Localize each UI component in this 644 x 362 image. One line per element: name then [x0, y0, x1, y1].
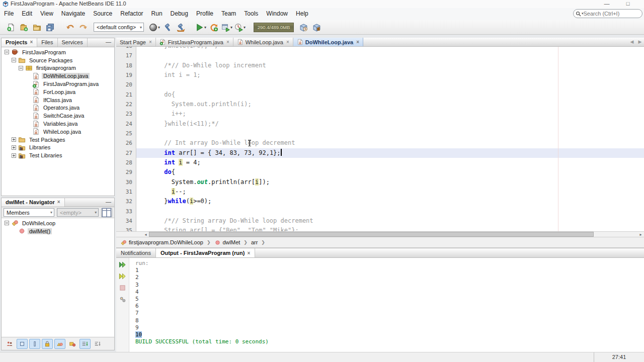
- rerun-alt-button[interactable]: [118, 272, 127, 281]
- scroll-tabs-left-icon[interactable]: ◀: [628, 38, 636, 46]
- tree-item-dowhileloop-java[interactable]: DoWhileLoop.java: [2, 72, 114, 80]
- new-project-button[interactable]: [17, 21, 30, 33]
- close-icon[interactable]: ×: [356, 39, 359, 45]
- expand-icon[interactable]: [12, 153, 16, 158]
- editor-tab-whileloop-java[interactable]: WhileLoop.java×: [233, 38, 293, 46]
- code-line-33[interactable]: 33: [116, 207, 644, 216]
- menu-edit[interactable]: Edit: [18, 8, 36, 20]
- show-static-button[interactable]: [29, 339, 40, 349]
- expand-icon[interactable]: [12, 137, 16, 142]
- heap-cube-button[interactable]: [310, 21, 323, 33]
- code-line-17[interactable]: 17: [116, 51, 644, 60]
- code-line-20[interactable]: 20: [116, 80, 644, 89]
- tree-item-test-packages[interactable]: Test Packages: [2, 136, 114, 144]
- code-line-16[interactable]: 16 }while(i>0); */: [116, 47, 644, 51]
- ant-settings-button[interactable]: [118, 295, 127, 304]
- code-line-34[interactable]: 34 /*// String array Do-While loop decre…: [116, 216, 644, 226]
- code-line-22[interactable]: 22 System.out.println(i);: [116, 100, 644, 109]
- navigator-columns-button[interactable]: [101, 208, 112, 217]
- code-line-28[interactable]: 28 int i = 4;: [116, 158, 644, 167]
- show-non-public-button[interactable]: [42, 339, 53, 349]
- rerun-swirl-button[interactable]: [207, 21, 220, 33]
- editor-tab-firstjavaprogram-java[interactable]: FirstJavaProgram.java×: [156, 38, 233, 46]
- close-icon[interactable]: ×: [149, 39, 152, 45]
- show-fields-button[interactable]: [17, 339, 28, 349]
- code-line-23[interactable]: 23 i++;: [116, 109, 644, 119]
- run-project-button[interactable]: ▾: [194, 21, 207, 33]
- quick-search[interactable]: ▾: [573, 9, 642, 18]
- profile-project-button[interactable]: ▾: [233, 21, 247, 33]
- scroll-tabs-right-icon[interactable]: ▶: [636, 38, 644, 46]
- menu-source[interactable]: Source: [89, 8, 116, 20]
- tree-item-whileloop-java[interactable]: WhileLoop.java: [2, 128, 114, 136]
- projects-minimize-icon[interactable]: —: [106, 39, 111, 45]
- scroll-left-icon[interactable]: ◂: [142, 232, 149, 237]
- search-input[interactable]: [584, 11, 634, 17]
- code-line-24[interactable]: 24 }while(i<11);*/: [116, 119, 644, 129]
- code-line-29[interactable]: 29 do{: [116, 167, 644, 177]
- menu-profile[interactable]: Profile: [192, 8, 217, 20]
- editor-tab-start-page[interactable]: Start Page×: [116, 38, 156, 46]
- breadcrumb-item-dwlmet[interactable]: dwlMet: [213, 239, 242, 246]
- debug-project-button[interactable]: ▾: [220, 21, 233, 33]
- code-line-18[interactable]: 18 /*// Do-While loop increment: [116, 61, 644, 70]
- new-file-button[interactable]: [4, 21, 17, 33]
- scroll-right-icon[interactable]: ▸: [637, 232, 644, 237]
- menu-refactor[interactable]: Refactor: [116, 8, 147, 20]
- output-tab-output-firstjavaprogram-run-[interactable]: Output - FirstJavaProgram (run)×: [156, 248, 255, 257]
- code-line-19[interactable]: 19 int i = 1;: [116, 70, 644, 80]
- tree-item-ifclass-java[interactable]: IfClass.java: [2, 96, 114, 104]
- inherited-combo[interactable]: <empty> ▾: [57, 208, 99, 217]
- scrollbar-track[interactable]: [149, 232, 637, 237]
- code-line-30[interactable]: 30 System.out.println(arr[i]);: [116, 177, 644, 187]
- menu-team[interactable]: Team: [217, 8, 240, 20]
- menu-file[interactable]: File: [0, 8, 18, 20]
- save-all-button[interactable]: [43, 21, 56, 33]
- menu-navigate[interactable]: Navigate: [57, 8, 89, 20]
- scrollbar-thumb[interactable]: [149, 232, 594, 237]
- code-line-26[interactable]: 26 // Int array Do-While loop decrement: [116, 138, 644, 148]
- breadcrumb-item-arr[interactable]: arr: [250, 239, 259, 245]
- editor-tab-dowhileloop-java[interactable]: DoWhileLoop.java×: [293, 38, 363, 46]
- code-editor[interactable]: 16 }while(i>0); */1718 /*// Do-While loo…: [116, 47, 644, 231]
- close-icon[interactable]: ×: [247, 250, 250, 256]
- open-project-button[interactable]: [30, 21, 43, 33]
- close-icon[interactable]: ×: [286, 39, 289, 45]
- menu-view[interactable]: View: [36, 8, 57, 20]
- project-config-combo[interactable]: <default config>▾: [94, 23, 144, 32]
- deploy-sphere-button[interactable]: ▾: [148, 21, 161, 33]
- tree-item-firstjavaprogram-java[interactable]: FirstJavaProgram.java: [2, 80, 114, 88]
- menu-debug[interactable]: Debug: [167, 8, 192, 20]
- navigator-minimize-icon[interactable]: —: [106, 199, 111, 205]
- output-lines[interactable]: run:12345678910BUILD SUCCESSFUL (total t…: [129, 258, 644, 345]
- close-icon[interactable]: ×: [57, 199, 60, 207]
- close-icon[interactable]: ×: [30, 39, 33, 47]
- menu-tools[interactable]: Tools: [240, 8, 262, 20]
- gc-cube-button[interactable]: [297, 21, 310, 33]
- tree-item-firstjavaprogram[interactable]: firstjavaprogram: [2, 64, 114, 72]
- tree-item-dwlmet-[interactable]: dwlMet(): [2, 227, 114, 235]
- build-hammer-button[interactable]: [161, 21, 174, 33]
- package-private-button[interactable]: [67, 339, 78, 349]
- collapse-icon[interactable]: [5, 50, 9, 54]
- tree-item-operators-java[interactable]: Operators.java: [2, 104, 114, 112]
- tree-item-source-packages[interactable]: Source Packages: [2, 56, 114, 64]
- menu-window[interactable]: Window: [262, 8, 292, 20]
- sort-by-name-button[interactable]: [79, 339, 91, 349]
- undo-button[interactable]: [63, 21, 76, 33]
- minimize-button[interactable]: —: [600, 0, 614, 7]
- code-line-35[interactable]: 35 String arr[] = {"Ben", "Tom","Mike"};: [116, 226, 644, 231]
- code-line-21[interactable]: 21 do{: [116, 90, 644, 100]
- menu-run[interactable]: Run: [147, 8, 167, 20]
- close-icon[interactable]: ×: [226, 39, 229, 45]
- tree-item-variables-java[interactable]: Variables.java: [2, 120, 114, 128]
- tab-services[interactable]: Services: [58, 38, 88, 47]
- code-line-32[interactable]: 32 }while(i>=0);: [116, 197, 644, 206]
- expand-icon[interactable]: [12, 145, 16, 150]
- collapse-icon[interactable]: [19, 66, 23, 70]
- tab-files[interactable]: Files: [37, 38, 57, 47]
- tree-item-switchcase-java[interactable]: SwitchCase.java: [2, 112, 114, 120]
- redo-button[interactable]: [76, 21, 90, 33]
- tree-item-dowhileloop[interactable]: DoWhileLoop: [2, 219, 114, 227]
- members-combo[interactable]: Members ▾: [4, 208, 54, 217]
